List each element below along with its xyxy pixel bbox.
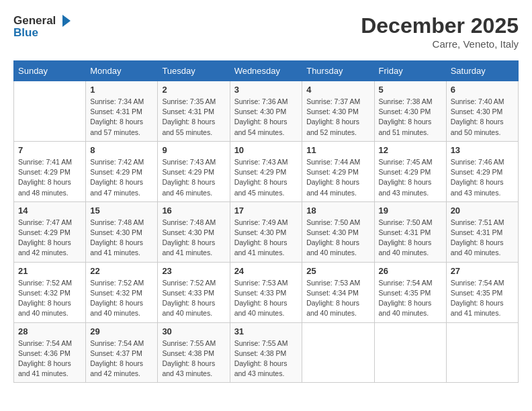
day-info: Sunrise: 7:36 AMSunset: 4:30 PMDaylight:… <box>234 97 298 138</box>
table-row: 6Sunrise: 7:40 AMSunset: 4:30 PMDaylight… <box>446 81 518 142</box>
table-row: 13Sunrise: 7:46 AMSunset: 4:29 PMDayligh… <box>446 141 518 201</box>
table-row: 8Sunrise: 7:42 AMSunset: 4:29 PMDaylight… <box>86 141 158 201</box>
table-row: 3Sunrise: 7:36 AMSunset: 4:30 PMDaylight… <box>230 81 302 142</box>
day-number: 15 <box>90 205 153 216</box>
day-number: 17 <box>234 205 298 216</box>
day-number: 26 <box>379 266 442 276</box>
header-thursday: Thursday <box>302 61 374 81</box>
day-info: Sunrise: 7:45 AMSunset: 4:29 PMDaylight:… <box>379 157 442 198</box>
day-info: Sunrise: 7:55 AMSunset: 4:38 PMDaylight:… <box>234 338 298 379</box>
day-info: Sunrise: 7:34 AMSunset: 4:31 PMDaylight:… <box>90 97 153 138</box>
table-row: 24Sunrise: 7:53 AMSunset: 4:33 PMDayligh… <box>230 262 302 322</box>
day-info: Sunrise: 7:44 AMSunset: 4:29 PMDaylight:… <box>306 157 369 198</box>
table-row: 10Sunrise: 7:43 AMSunset: 4:29 PMDayligh… <box>230 141 302 201</box>
table-row: 2Sunrise: 7:35 AMSunset: 4:31 PMDaylight… <box>158 81 230 142</box>
day-info: Sunrise: 7:49 AMSunset: 4:30 PMDaylight:… <box>234 218 298 259</box>
table-row <box>374 322 446 383</box>
table-row: 19Sunrise: 7:50 AMSunset: 4:31 PMDayligh… <box>374 201 446 262</box>
table-row: 4Sunrise: 7:37 AMSunset: 4:30 PMDaylight… <box>302 81 374 142</box>
day-number: 16 <box>162 205 225 216</box>
day-number: 30 <box>162 326 225 336</box>
day-number: 14 <box>18 205 81 216</box>
table-row: 21Sunrise: 7:52 AMSunset: 4:32 PMDayligh… <box>14 262 86 322</box>
day-number: 31 <box>234 326 298 336</box>
day-info: Sunrise: 7:54 AMSunset: 4:37 PMDaylight:… <box>90 338 153 379</box>
title-block: December 2025 Carre, Veneto, Italy <box>361 13 519 50</box>
day-number: 9 <box>162 145 225 155</box>
day-info: Sunrise: 7:51 AMSunset: 4:31 PMDaylight:… <box>451 218 514 259</box>
table-row: 16Sunrise: 7:48 AMSunset: 4:30 PMDayligh… <box>158 201 230 262</box>
page-header: General Blue December 2025 Carre, Veneto… <box>13 13 519 50</box>
day-number: 10 <box>234 145 298 155</box>
table-row: 20Sunrise: 7:51 AMSunset: 4:31 PMDayligh… <box>446 201 518 262</box>
svg-marker-0 <box>62 15 71 27</box>
day-info: Sunrise: 7:54 AMSunset: 4:35 PMDaylight:… <box>379 278 442 319</box>
day-number: 18 <box>306 205 369 216</box>
day-info: Sunrise: 7:43 AMSunset: 4:29 PMDaylight:… <box>234 157 298 198</box>
table-row: 5Sunrise: 7:38 AMSunset: 4:30 PMDaylight… <box>374 81 446 142</box>
day-info: Sunrise: 7:50 AMSunset: 4:31 PMDaylight:… <box>379 218 442 259</box>
header-friday: Friday <box>374 61 446 81</box>
day-number: 19 <box>379 205 442 216</box>
day-info: Sunrise: 7:53 AMSunset: 4:33 PMDaylight:… <box>234 278 298 319</box>
day-number: 6 <box>451 85 514 95</box>
table-row: 28Sunrise: 7:54 AMSunset: 4:36 PMDayligh… <box>14 322 86 383</box>
day-number: 12 <box>379 145 442 155</box>
table-row: 26Sunrise: 7:54 AMSunset: 4:35 PMDayligh… <box>374 262 446 322</box>
day-info: Sunrise: 7:55 AMSunset: 4:38 PMDaylight:… <box>162 338 225 379</box>
table-row: 15Sunrise: 7:48 AMSunset: 4:30 PMDayligh… <box>86 201 158 262</box>
day-info: Sunrise: 7:52 AMSunset: 4:32 PMDaylight:… <box>18 278 81 319</box>
day-info: Sunrise: 7:54 AMSunset: 4:35 PMDaylight:… <box>451 278 514 319</box>
day-info: Sunrise: 7:43 AMSunset: 4:29 PMDaylight:… <box>162 157 225 198</box>
day-info: Sunrise: 7:50 AMSunset: 4:30 PMDaylight:… <box>306 218 369 259</box>
day-number: 7 <box>18 145 81 155</box>
calendar-week-row: 21Sunrise: 7:52 AMSunset: 4:32 PMDayligh… <box>14 262 519 322</box>
logo-arrow-icon <box>57 13 72 28</box>
day-number: 1 <box>90 85 153 95</box>
table-row: 17Sunrise: 7:49 AMSunset: 4:30 PMDayligh… <box>230 201 302 262</box>
day-info: Sunrise: 7:48 AMSunset: 4:30 PMDaylight:… <box>90 218 153 259</box>
logo: General Blue <box>13 13 72 40</box>
table-row <box>14 81 86 142</box>
header-monday: Monday <box>86 61 158 81</box>
calendar-subtitle: Carre, Veneto, Italy <box>361 38 519 50</box>
table-row: 18Sunrise: 7:50 AMSunset: 4:30 PMDayligh… <box>302 201 374 262</box>
day-number: 27 <box>451 266 514 276</box>
table-row: 12Sunrise: 7:45 AMSunset: 4:29 PMDayligh… <box>374 141 446 201</box>
day-info: Sunrise: 7:37 AMSunset: 4:30 PMDaylight:… <box>306 97 369 138</box>
logo-text-blue: Blue <box>13 27 38 40</box>
calendar-title: December 2025 <box>361 13 519 38</box>
day-number: 24 <box>234 266 298 276</box>
day-info: Sunrise: 7:47 AMSunset: 4:29 PMDaylight:… <box>18 218 81 259</box>
table-row: 22Sunrise: 7:52 AMSunset: 4:32 PMDayligh… <box>86 262 158 322</box>
day-number: 3 <box>234 85 298 95</box>
table-row: 29Sunrise: 7:54 AMSunset: 4:37 PMDayligh… <box>86 322 158 383</box>
header-sunday: Sunday <box>14 61 86 81</box>
table-row: 1Sunrise: 7:34 AMSunset: 4:31 PMDaylight… <box>86 81 158 142</box>
day-number: 13 <box>451 145 514 155</box>
day-info: Sunrise: 7:52 AMSunset: 4:32 PMDaylight:… <box>90 278 153 319</box>
table-row: 14Sunrise: 7:47 AMSunset: 4:29 PMDayligh… <box>14 201 86 262</box>
table-row: 11Sunrise: 7:44 AMSunset: 4:29 PMDayligh… <box>302 141 374 201</box>
day-number: 21 <box>18 266 81 276</box>
header-wednesday: Wednesday <box>230 61 302 81</box>
day-info: Sunrise: 7:40 AMSunset: 4:30 PMDaylight:… <box>451 97 514 138</box>
day-number: 5 <box>379 85 442 95</box>
logo-text-general: General <box>13 15 56 28</box>
day-info: Sunrise: 7:41 AMSunset: 4:29 PMDaylight:… <box>18 157 81 198</box>
table-row: 31Sunrise: 7:55 AMSunset: 4:38 PMDayligh… <box>230 322 302 383</box>
day-number: 28 <box>18 326 81 336</box>
calendar-week-row: 28Sunrise: 7:54 AMSunset: 4:36 PMDayligh… <box>14 322 519 383</box>
table-row: 7Sunrise: 7:41 AMSunset: 4:29 PMDaylight… <box>14 141 86 201</box>
day-info: Sunrise: 7:46 AMSunset: 4:29 PMDaylight:… <box>451 157 514 198</box>
table-row: 25Sunrise: 7:53 AMSunset: 4:34 PMDayligh… <box>302 262 374 322</box>
day-info: Sunrise: 7:35 AMSunset: 4:31 PMDaylight:… <box>162 97 225 138</box>
calendar-week-row: 7Sunrise: 7:41 AMSunset: 4:29 PMDaylight… <box>14 141 519 201</box>
calendar-week-row: 14Sunrise: 7:47 AMSunset: 4:29 PMDayligh… <box>14 201 519 262</box>
header-saturday: Saturday <box>446 61 518 81</box>
day-info: Sunrise: 7:42 AMSunset: 4:29 PMDaylight:… <box>90 157 153 198</box>
day-number: 11 <box>306 145 369 155</box>
table-row: 30Sunrise: 7:55 AMSunset: 4:38 PMDayligh… <box>158 322 230 383</box>
day-info: Sunrise: 7:48 AMSunset: 4:30 PMDaylight:… <box>162 218 225 259</box>
day-number: 22 <box>90 266 153 276</box>
